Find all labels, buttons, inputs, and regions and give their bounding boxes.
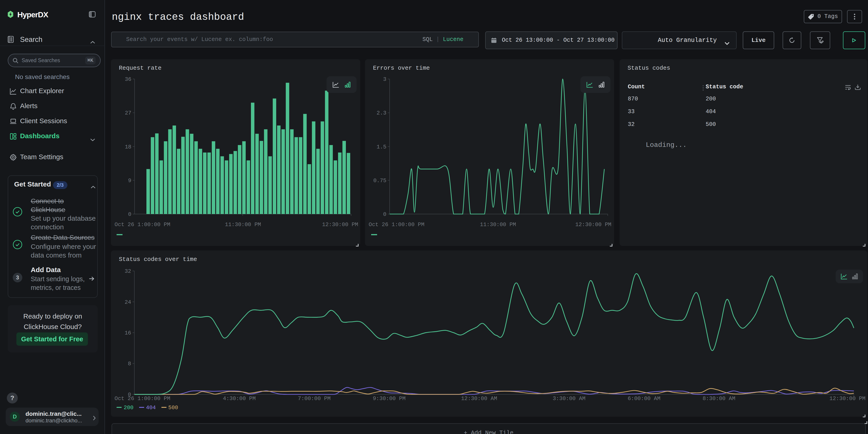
svg-text:36: 36 [125, 76, 131, 83]
svg-text:1.5: 1.5 [377, 144, 386, 150]
svg-text:12:30:00 PM: 12:30:00 PM [322, 222, 358, 228]
svg-text:2.3: 2.3 [377, 110, 386, 116]
svg-text:200: 200 [124, 405, 133, 411]
svg-text:Oct 26 1:00:00 PM: Oct 26 1:00:00 PM [369, 222, 425, 228]
svg-text:11:30:00 PM: 11:30:00 PM [480, 222, 516, 228]
svg-text:404: 404 [146, 405, 156, 411]
svg-text:3: 3 [383, 76, 386, 83]
svg-text:12:30:00 AM: 12:30:00 AM [461, 396, 497, 402]
svg-text:4:30:00 PM: 4:30:00 PM [223, 396, 256, 402]
svg-text:11:30:00 PM: 11:30:00 PM [225, 222, 261, 228]
svg-text:16: 16 [125, 330, 131, 336]
svg-text:0: 0 [383, 211, 386, 217]
svg-text:500: 500 [168, 405, 178, 411]
svg-text:24: 24 [125, 299, 131, 305]
svg-text:9:30:00 PM: 9:30:00 PM [373, 396, 406, 402]
svg-text:32: 32 [125, 268, 131, 274]
svg-text:0.75: 0.75 [373, 178, 386, 184]
svg-text:7:00:00 PM: 7:00:00 PM [298, 396, 331, 402]
svg-text:3:30:00 AM: 3:30:00 AM [553, 396, 585, 402]
svg-text:12:30:00 PM: 12:30:00 PM [830, 396, 866, 402]
svg-text:8:30:00 AM: 8:30:00 AM [703, 396, 735, 402]
svg-text:0: 0 [128, 211, 131, 217]
svg-text:18: 18 [125, 144, 131, 150]
svg-text:12:30:00 PM: 12:30:00 PM [576, 222, 611, 228]
svg-text:9: 9 [128, 178, 131, 184]
svg-text:6:00:00 AM: 6:00:00 AM [627, 396, 660, 402]
svg-text:8: 8 [128, 361, 131, 367]
svg-text:Oct 26 1:00:00 PM: Oct 26 1:00:00 PM [115, 396, 170, 402]
svg-text:27: 27 [125, 110, 131, 116]
svg-text:Oct 26 1:00:00 PM: Oct 26 1:00:00 PM [115, 222, 170, 228]
